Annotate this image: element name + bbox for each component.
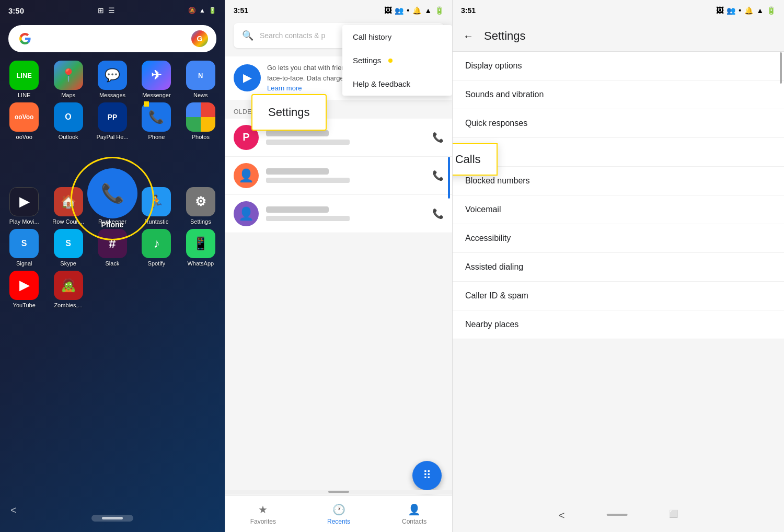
app-oovoo[interactable]: ooVoo ooVoo [4, 102, 44, 140]
app-line[interactable]: LINE LINE [4, 61, 44, 98]
phone-main-icon: 📞 [87, 168, 137, 218]
settings-item-accessibility[interactable]: Accessibility [453, 224, 784, 253]
tab-contacts[interactable]: 👤 Contacts [376, 496, 452, 532]
app-signal[interactable]: S Signal [4, 229, 44, 267]
settings-status-icons: 🖼 👥 • 🔔 ▲ 🔋 [716, 6, 776, 15]
call-avatar-3: 👤 [234, 201, 259, 226]
settings-item-quick[interactable]: Quick responses [453, 109, 784, 138]
recents-icon: 🕐 [332, 503, 345, 516]
phone-status-bar: 3:51 🖼 👥 • 🔔 ▲ 🔋 [225, 0, 452, 21]
settings-panel: 3:51 🖼 👥 • 🔔 ▲ 🔋 ← Settings Display opti… [452, 0, 784, 532]
home-status-icons: 🔕 ▲ 🔋 [188, 7, 216, 14]
mute2-icon: 🔔 [412, 6, 421, 15]
google-search-bar[interactable]: G [8, 25, 216, 52]
settings-dot [388, 59, 393, 63]
settings-item-callerid[interactable]: Caller ID & spam [453, 282, 784, 310]
phone-app-panel: 3:51 🖼 👥 • 🔔 ▲ 🔋 🔍 Search contacts & p C… [225, 0, 452, 532]
home-screen: 3:50 ⊞ ☰ 🔕 ▲ 🔋 G LINE LINE [0, 0, 225, 532]
call-name-blur-1 [266, 130, 329, 136]
tab-favorites[interactable]: ★ Favorites [225, 496, 301, 532]
dot-icon: • [407, 6, 409, 15]
settings-item-nearby[interactable]: Nearby places [453, 310, 784, 339]
settings-header: ← Settings [453, 21, 784, 52]
settings-item-assisted[interactable]: Assisted dialing [453, 253, 784, 282]
dropdown-settings[interactable]: Settings [342, 49, 452, 72]
call-item-3[interactable]: 👤 📞 [225, 195, 452, 233]
app-youtube-label: YouTube [13, 302, 36, 308]
grid-icon: ⊞ [98, 6, 104, 15]
settings-dot: • [739, 6, 741, 15]
settings-square-btn[interactable]: ⬜ [669, 510, 678, 522]
google-account-icon[interactable]: G [191, 30, 208, 47]
dropdown-help[interactable]: Help & feedback [342, 72, 452, 96]
settings-back-btn[interactable]: < [559, 510, 565, 522]
wifi2-icon: ▲ [424, 6, 432, 15]
phone-highlight-ring: 📞 Phone [71, 157, 154, 240]
tab-recents[interactable]: 🕐 Recents [301, 496, 377, 532]
calls-wrapper: Calls Calls [465, 147, 492, 157]
fb-icon: 👥 [395, 6, 403, 15]
settings-home-indicator [606, 514, 627, 516]
call-name-blur-2 [266, 168, 329, 175]
settings-item-blocked[interactable]: Blocked numbers [453, 167, 784, 195]
dropdown-menu: Call history Settings Help & feedback [342, 25, 452, 96]
app-spotify[interactable]: ♪ Spotify [136, 229, 176, 267]
settings-item-voicemail[interactable]: Voicemail [453, 195, 784, 224]
photo-icon: 🖼 [384, 6, 391, 15]
app-grid: LINE LINE 📍 Maps 💬 Messages ✈ Messenger … [0, 61, 225, 140]
battery-icon: 🔋 [209, 7, 216, 14]
app-youtube[interactable]: ▶ YouTube [4, 271, 44, 308]
home-nav-bar [91, 515, 133, 522]
app-whatsapp[interactable]: 📱 WhatsApp [181, 229, 221, 267]
settings-photo-icon: 🖼 [716, 6, 723, 15]
video-avatar: ▶ [234, 64, 261, 91]
call-info-3 [266, 206, 425, 221]
call-avatar-2: 👤 [234, 163, 259, 188]
settings-item-sounds[interactable]: Sounds and vibration [453, 80, 784, 109]
app-phone-grid[interactable]: 📞 Phone [136, 102, 176, 140]
app-maps[interactable]: 📍 Maps [48, 61, 88, 98]
dropdown-call-history[interactable]: Call history [342, 25, 452, 49]
settings-item-display[interactable]: Display options [453, 52, 784, 80]
settings-status-bar: 3:51 🖼 👥 • 🔔 ▲ 🔋 [453, 0, 784, 21]
settings-item-calls[interactable]: Calls Calls [453, 138, 784, 167]
settings-mute-icon: 🔔 [744, 6, 753, 15]
phone-time: 3:51 [234, 6, 248, 15]
contacts-icon: 👤 [408, 503, 421, 516]
app-zombies[interactable]: 🧟 Zombies,... [48, 271, 88, 308]
app-outlook[interactable]: O Outlook [48, 102, 88, 140]
phone-main-label: Phone [101, 221, 124, 229]
app-news[interactable]: N News [181, 61, 221, 98]
dialpad-fab[interactable]: ⠿ [412, 461, 442, 490]
settings-time: 3:51 [461, 6, 476, 15]
home-back-button[interactable]: < [10, 504, 17, 516]
app-messages[interactable]: 💬 Messages [93, 61, 132, 98]
search-icon: 🔍 [242, 30, 253, 41]
phone-status-icons: 🖼 👥 • 🔔 ▲ 🔋 [384, 6, 444, 15]
mute-icon: 🔕 [188, 7, 196, 14]
app-skype[interactable]: S Skype [48, 229, 88, 267]
home-time: 3:50 [8, 6, 24, 15]
app-news-label: News [193, 92, 208, 98]
settings-wifi-icon: ▲ [756, 6, 764, 15]
calls-popup: Calls [452, 143, 498, 176]
learn-more-link[interactable]: Learn more [267, 84, 302, 92]
call-phone-icon-2[interactable]: 📞 [432, 170, 444, 181]
app-messenger[interactable]: ✈ Messenger [136, 61, 176, 98]
google-logo [17, 30, 33, 47]
back-arrow-icon[interactable]: ← [463, 30, 474, 42]
call-phone-icon-3[interactable]: 📞 [432, 208, 444, 219]
settings-tooltip-popup: Settings [251, 94, 327, 131]
app-photos[interactable]: Photos [181, 102, 221, 140]
settings-scroll-indicator [780, 52, 782, 84]
settings-page-title: Settings [484, 29, 526, 43]
call-phone-icon-1[interactable]: 📞 [432, 132, 444, 143]
app-playmovies[interactable]: ▶ Play Movi... [4, 187, 44, 225]
wifi-icon: ▲ [199, 7, 205, 14]
call-detail-blur-1 [266, 140, 350, 145]
settings-battery-icon: 🔋 [767, 6, 776, 15]
app-settings[interactable]: ⚙ Settings [181, 187, 221, 225]
call-detail-blur-3 [266, 216, 350, 221]
call-item-2[interactable]: 👤 📞 [225, 157, 452, 195]
app-paypal[interactable]: PP PayPal He... [93, 102, 132, 140]
